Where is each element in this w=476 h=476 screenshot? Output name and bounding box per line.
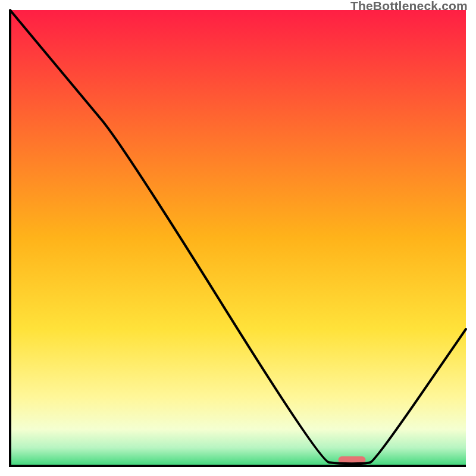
chart-container: TheBottleneck.com [0, 0, 476, 476]
watermark-text: TheBottleneck.com [350, 0, 468, 13]
plot-area [8, 8, 468, 468]
chart-svg [8, 8, 468, 468]
gradient-background [10, 10, 466, 466]
